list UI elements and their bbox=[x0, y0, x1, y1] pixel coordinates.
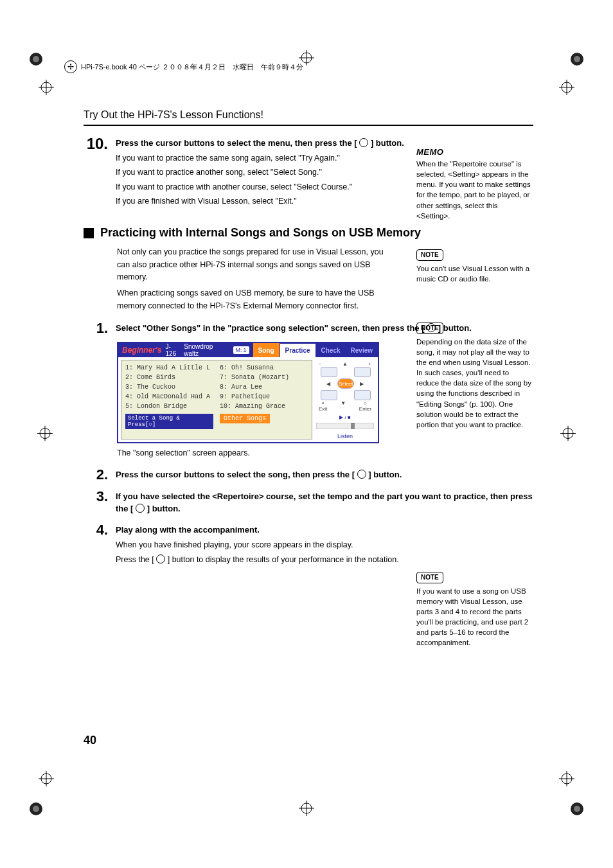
memo-label: MEMO bbox=[416, 146, 443, 159]
note-text: If you want to use a song on USB memory … bbox=[416, 586, 532, 648]
nav-down-button[interactable] bbox=[321, 390, 337, 400]
file-info-text: HPi-7S-e.book 40 ページ ２００８年４月２日 水曜日 午前９時４… bbox=[81, 62, 303, 72]
registration-mark-icon bbox=[39, 80, 54, 97]
select-button[interactable]: Select bbox=[337, 378, 354, 389]
nav-up-button[interactable] bbox=[321, 367, 337, 377]
nav-up-button[interactable] bbox=[354, 367, 371, 377]
crop-mark-icon bbox=[559, 791, 585, 817]
figure-caption: The "song selection" screen appears. bbox=[117, 448, 533, 457]
nav-down-button[interactable] bbox=[354, 390, 371, 400]
registration-mark-icon bbox=[39, 771, 54, 788]
step-number: 3. bbox=[84, 490, 108, 504]
registration-mark-icon bbox=[559, 80, 574, 97]
screen-figure: Beginner's J-126 Snowdrop waltz M: 1 Son… bbox=[117, 342, 379, 443]
enter-label: Enter bbox=[359, 406, 371, 412]
list-item[interactable]: 8: Aura Lee bbox=[220, 382, 308, 392]
note-text: You can't use Visual Lesson with a music… bbox=[416, 263, 532, 284]
step-title-text: ] button. bbox=[368, 470, 402, 479]
step-title: Press the cursor buttons to select the s… bbox=[116, 469, 533, 481]
step-title: Play along with the accompaniment. bbox=[116, 524, 533, 536]
circle-button-icon bbox=[359, 138, 368, 147]
intro-line: Not only can you practice the songs prep… bbox=[117, 246, 392, 283]
list-item[interactable]: 10: Amazing Grace bbox=[220, 402, 308, 411]
note-box: NOTE You can't use Visual Lesson with a … bbox=[416, 249, 532, 284]
list-item[interactable]: 9: Pathetique bbox=[220, 392, 308, 402]
registration-mark-icon bbox=[560, 425, 576, 443]
list-item[interactable]: 3: The Cuckoo bbox=[125, 382, 213, 392]
step-body: When you have finished playing, your sco… bbox=[116, 539, 533, 567]
step-line: When you have finished playing, your sco… bbox=[116, 539, 533, 551]
select-prompt: Select a Song & Press[○] bbox=[125, 414, 213, 429]
step-number: 10. bbox=[84, 136, 108, 152]
song-name: Snowdrop waltz bbox=[184, 343, 225, 357]
play-stop-label: ▶ / ■ bbox=[316, 414, 374, 420]
intro-paragraph: Not only can you practice the songs prep… bbox=[117, 246, 392, 312]
registration-mark-icon bbox=[37, 425, 53, 443]
progress-bar[interactable] bbox=[316, 423, 374, 429]
tab-practice[interactable]: Practice bbox=[280, 343, 316, 357]
step-title-text: ] button. bbox=[147, 504, 181, 513]
list-item[interactable]: 2: Come Birds bbox=[125, 373, 213, 382]
tab-song[interactable]: Song bbox=[253, 343, 280, 357]
song-id: J-126 bbox=[166, 343, 181, 357]
registration-mark-icon bbox=[299, 801, 314, 818]
step-number: 1. bbox=[84, 321, 108, 335]
crop-mark-icon bbox=[28, 51, 54, 77]
svg-point-5 bbox=[33, 806, 39, 812]
note-text: Depending on the data size of the song, … bbox=[416, 337, 532, 430]
note-label: NOTE bbox=[416, 572, 443, 583]
listen-label: Listen bbox=[316, 433, 374, 439]
note-box: NOTE Depending on the data size of the s… bbox=[416, 323, 532, 430]
figure-header: Beginner's J-126 Snowdrop waltz M: 1 bbox=[118, 343, 253, 357]
o-icon: ○ bbox=[364, 400, 367, 406]
circle-button-icon bbox=[357, 470, 366, 479]
page-number: 40 bbox=[84, 734, 96, 747]
subsection-title: Practicing with Internal Songs and Songs… bbox=[100, 226, 421, 240]
svg-point-7 bbox=[574, 806, 580, 812]
square-bullet-icon bbox=[84, 228, 94, 238]
step-line: Press the [ ] button to display the resu… bbox=[116, 554, 533, 566]
section-title: Try Out the HPi-7S's Lesson Functions! bbox=[84, 109, 533, 121]
memo-box: MEMO When the "Repertoire course" is sel… bbox=[416, 146, 532, 221]
list-item[interactable]: 4: Old MacDonald Had A bbox=[125, 392, 213, 402]
plus-label: + bbox=[368, 361, 371, 367]
step-number: 4. bbox=[84, 523, 108, 537]
song-list: 1: Mary Had A Little L 2: Come Birds 3: … bbox=[121, 360, 312, 439]
step-title-text: ] button. bbox=[371, 138, 404, 148]
circle-button-icon bbox=[136, 504, 145, 513]
svg-point-1 bbox=[33, 56, 39, 62]
list-item[interactable]: 1: Mary Had A Little L bbox=[125, 363, 213, 373]
list-item[interactable]: 5: London Bridge bbox=[125, 402, 213, 411]
note-box: NOTE If you want to use a song on USB me… bbox=[416, 572, 532, 648]
intro-line: When practicing songs saved on USB memor… bbox=[117, 287, 392, 312]
book-header: ✢ HPi-7S-e.book 40 ページ ２００８年４月２日 水曜日 午前９… bbox=[64, 60, 303, 73]
step-title-text: Press the cursor buttons to select the m… bbox=[116, 138, 357, 148]
nav-pad: −▲+ ◀Select▶ ×Exit ▼ ○Enter ▶ / ■ Listen bbox=[315, 357, 378, 442]
minus-label: − bbox=[319, 361, 322, 367]
course-level: Beginner's bbox=[122, 346, 162, 355]
measure-indicator: M: 1 bbox=[233, 346, 249, 354]
step-title-text: Select "Other Songs" in the "practice so… bbox=[116, 323, 425, 333]
svg-point-3 bbox=[574, 56, 580, 62]
step-number: 2. bbox=[84, 468, 108, 482]
memo-text: When the "Repertoire course" is selected… bbox=[416, 159, 532, 221]
registration-mark-icon bbox=[559, 771, 574, 788]
tab-review[interactable]: Review bbox=[346, 343, 378, 357]
list-item[interactable]: 7: Sonata (Mozart) bbox=[220, 373, 308, 382]
crop-mark-icon bbox=[28, 791, 54, 817]
section-rule bbox=[84, 125, 533, 126]
note-label: NOTE bbox=[416, 323, 443, 334]
crop-mark-icon bbox=[559, 51, 585, 77]
note-label: NOTE bbox=[416, 249, 443, 261]
circle-button-icon bbox=[156, 554, 165, 563]
crosshair-icon: ✢ bbox=[64, 60, 77, 73]
exit-label: Exit bbox=[319, 406, 327, 412]
step-title-text: Press the cursor buttons to select the s… bbox=[116, 470, 355, 479]
step-title: If you have selected the <Repertoire> co… bbox=[116, 491, 533, 515]
list-item[interactable]: 6: Oh! Susanna bbox=[220, 363, 308, 373]
tab-check[interactable]: Check bbox=[316, 343, 346, 357]
other-songs-button[interactable]: Other Songs bbox=[220, 414, 270, 423]
x-icon: × bbox=[321, 400, 324, 406]
